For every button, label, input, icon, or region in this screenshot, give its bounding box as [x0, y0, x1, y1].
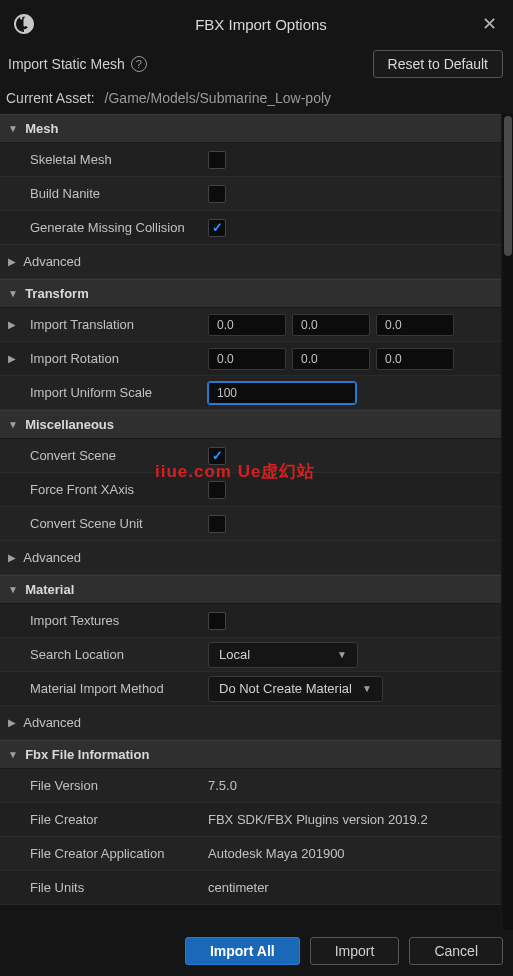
label-file-units: File Units	[26, 880, 208, 895]
checkbox-build-nanite[interactable]	[208, 185, 226, 203]
label-import-rotation: Import Rotation	[26, 351, 208, 366]
current-asset-label: Current Asset:	[6, 90, 95, 106]
chevron-down-icon: ▼	[337, 649, 347, 660]
reset-to-default-button[interactable]: Reset to Default	[373, 50, 503, 78]
close-icon[interactable]: ✕	[478, 9, 501, 39]
import-all-button[interactable]: Import All	[185, 937, 300, 965]
label-generate-collision: Generate Missing Collision	[26, 220, 208, 235]
category-transform[interactable]: ▼ Transform	[0, 279, 501, 308]
material-advanced[interactable]: ▶ Advanced	[0, 706, 501, 740]
category-material[interactable]: ▼ Material	[0, 575, 501, 604]
import-subtitle: Import Static Mesh	[8, 56, 125, 72]
help-icon[interactable]: ?	[131, 56, 147, 72]
label-convert-scene-unit: Convert Scene Unit	[26, 516, 208, 531]
label-convert-scene: Convert Scene	[26, 448, 208, 463]
mesh-advanced[interactable]: ▶ Advanced	[0, 245, 501, 279]
value-file-creator: FBX SDK/FBX Plugins version 2019.2	[208, 812, 428, 827]
chevron-right-icon[interactable]: ▶	[8, 319, 16, 330]
chevron-down-icon: ▼	[8, 419, 18, 430]
checkbox-import-textures[interactable]	[208, 612, 226, 630]
value-file-creator-app: Autodesk Maya 201900	[208, 846, 345, 861]
translation-x-input[interactable]	[208, 314, 286, 336]
scrollbar-thumb[interactable]	[504, 116, 512, 256]
label-file-creator-app: File Creator Application	[26, 846, 208, 861]
current-asset-path: /Game/Models/Submarine_Low-poly	[105, 90, 331, 106]
misc-advanced[interactable]: ▶ Advanced	[0, 541, 501, 575]
chevron-down-icon: ▼	[362, 683, 372, 694]
window-title: FBX Import Options	[44, 16, 478, 33]
value-file-units: centimeter	[208, 880, 269, 895]
unreal-logo-icon	[12, 12, 36, 36]
label-import-textures: Import Textures	[26, 613, 208, 628]
checkbox-force-front-x[interactable]	[208, 481, 226, 499]
label-force-front-x: Force Front XAxis	[26, 482, 208, 497]
chevron-down-icon: ▼	[8, 584, 18, 595]
rotation-y-input[interactable]	[292, 348, 370, 370]
value-file-version: 7.5.0	[208, 778, 237, 793]
chevron-down-icon: ▼	[8, 749, 18, 760]
chevron-right-icon[interactable]: ▶	[8, 353, 16, 364]
label-uniform-scale: Import Uniform Scale	[26, 385, 208, 400]
chevron-right-icon: ▶	[8, 256, 16, 267]
checkbox-convert-scene[interactable]	[208, 447, 226, 465]
uniform-scale-input[interactable]	[208, 382, 356, 404]
label-import-translation: Import Translation	[26, 317, 208, 332]
checkbox-skeletal-mesh[interactable]	[208, 151, 226, 169]
label-build-nanite: Build Nanite	[26, 186, 208, 201]
label-skeletal-mesh: Skeletal Mesh	[26, 152, 208, 167]
import-button[interactable]: Import	[310, 937, 400, 965]
category-fbx-info[interactable]: ▼ Fbx File Information	[0, 740, 501, 769]
chevron-down-icon: ▼	[8, 123, 18, 134]
rotation-z-input[interactable]	[376, 348, 454, 370]
label-material-import-method: Material Import Method	[26, 681, 208, 696]
label-file-version: File Version	[26, 778, 208, 793]
translation-y-input[interactable]	[292, 314, 370, 336]
cancel-button[interactable]: Cancel	[409, 937, 503, 965]
label-file-creator: File Creator	[26, 812, 208, 827]
chevron-down-icon: ▼	[8, 288, 18, 299]
translation-z-input[interactable]	[376, 314, 454, 336]
scrollbar-track[interactable]	[503, 114, 513, 930]
chevron-right-icon: ▶	[8, 552, 16, 563]
checkbox-convert-scene-unit[interactable]	[208, 515, 226, 533]
category-mesh[interactable]: ▼ Mesh	[0, 114, 501, 143]
label-search-location: Search Location	[26, 647, 208, 662]
chevron-right-icon: ▶	[8, 717, 16, 728]
dropdown-search-location[interactable]: Local ▼	[208, 642, 358, 668]
checkbox-generate-collision[interactable]	[208, 219, 226, 237]
rotation-x-input[interactable]	[208, 348, 286, 370]
dropdown-material-import-method[interactable]: Do Not Create Material ▼	[208, 676, 383, 702]
category-misc[interactable]: ▼ Miscellaneous	[0, 410, 501, 439]
